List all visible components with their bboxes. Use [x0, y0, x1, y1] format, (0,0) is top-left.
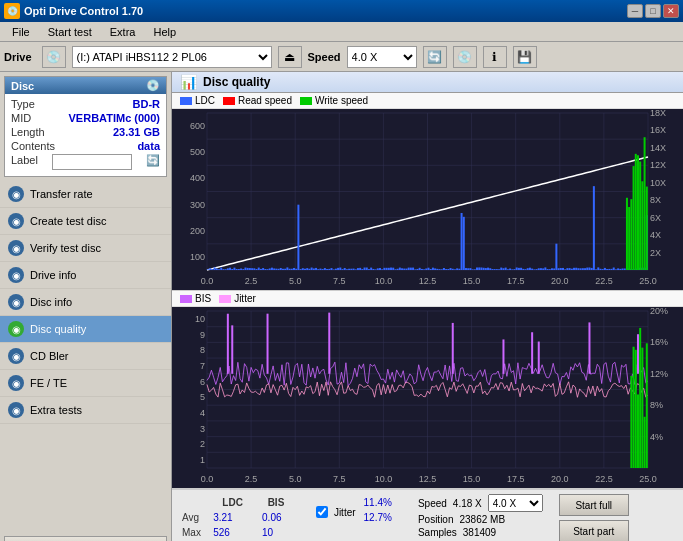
disc-contents-value: data: [137, 140, 160, 152]
disc-mid-value: VERBATIMc (000): [69, 112, 160, 124]
main-layout: Disc 💿 Type BD-R MID VERBATIMc (000) Len…: [0, 72, 683, 541]
disc-mid-row: MID VERBATIMc (000): [11, 112, 160, 124]
legend-write-box: [300, 97, 312, 105]
disc-header-icon: 💿: [146, 79, 160, 92]
drive-info-label: Drive info: [30, 269, 76, 281]
legend-bis-label: BIS: [195, 293, 211, 304]
sidebar-item-drive-info[interactable]: ◉ Drive info: [0, 262, 171, 289]
disc-icon-btn: 💿: [453, 46, 477, 68]
jitter-checkbox[interactable]: [316, 506, 328, 518]
position-row: Position 23862 MB: [418, 514, 543, 525]
stats-table: LDC BIS Avg 3.21 0.06 Max 526 10 Total 1…: [180, 494, 300, 541]
minimize-button[interactable]: ─: [627, 4, 643, 18]
samples-label: Samples: [418, 527, 457, 538]
speed-value: 4.18 X: [453, 498, 482, 509]
sidebar-item-create-test[interactable]: ◉ Create test disc: [0, 208, 171, 235]
sidebar-nav: ◉ Transfer rate ◉ Create test disc ◉ Ver…: [0, 181, 171, 532]
sidebar-item-fe-te[interactable]: ◉ FE / TE: [0, 370, 171, 397]
legend-ldc: LDC: [180, 95, 215, 106]
menu-file[interactable]: File: [4, 24, 38, 40]
disc-info-label: Disc info: [30, 296, 72, 308]
speed-value-row: Speed 4.18 X 4.0 X: [418, 494, 543, 512]
disc-length-value: 23.31 GB: [113, 126, 160, 138]
disc-length-row: Length 23.31 GB: [11, 126, 160, 138]
disc-contents-row: Contents data: [11, 140, 160, 152]
disc-length-label: Length: [11, 126, 45, 138]
jitter-section: Jitter 11.4% 12.7%: [316, 494, 402, 530]
titlebar-controls: ─ □ ✕: [627, 4, 679, 18]
disc-type-row: Type BD-R: [11, 98, 160, 110]
refresh-button[interactable]: 🔄: [423, 46, 447, 68]
disc-type-value: BD-R: [133, 98, 161, 110]
menu-start-test[interactable]: Start test: [40, 24, 100, 40]
app-title: Opti Drive Control 1.70: [24, 5, 143, 17]
drive-eject-button[interactable]: ⏏: [278, 46, 302, 68]
titlebar-left: 💿 Opti Drive Control 1.70: [4, 3, 143, 19]
fe-te-icon: ◉: [8, 375, 24, 391]
legend-jitter-label: Jitter: [234, 293, 256, 304]
samples-value: 381409: [463, 527, 496, 538]
legend-ldc-box: [180, 97, 192, 105]
speed-select[interactable]: 4.0 X: [347, 46, 417, 68]
jitter-total: [364, 526, 400, 528]
position-label: Position: [418, 514, 454, 525]
extra-tests-label: Extra tests: [30, 404, 82, 416]
upper-chart-wrapper: [172, 109, 683, 291]
menu-extra[interactable]: Extra: [102, 24, 144, 40]
info-btn[interactable]: ℹ: [483, 46, 507, 68]
legend-write-label: Write speed: [315, 95, 368, 106]
disc-quality-label: Disc quality: [30, 323, 86, 335]
legend-read-box: [223, 97, 235, 105]
cd-bler-icon: ◉: [8, 348, 24, 364]
extra-tests-icon: ◉: [8, 402, 24, 418]
disc-header-label: Disc: [11, 80, 34, 92]
maximize-button[interactable]: □: [645, 4, 661, 18]
legend-jitter: Jitter: [219, 293, 256, 304]
sidebar: Disc 💿 Type BD-R MID VERBATIMc (000) Len…: [0, 72, 172, 541]
app-icon: 💿: [4, 3, 20, 19]
sidebar-item-disc-quality[interactable]: ◉ Disc quality: [0, 316, 171, 343]
menu-help[interactable]: Help: [145, 24, 184, 40]
verify-test-label: Verify test disc: [30, 242, 101, 254]
sidebar-item-disc-info[interactable]: ◉ Disc info: [0, 289, 171, 316]
upper-chart: [172, 109, 683, 290]
disc-info-content: Type BD-R MID VERBATIMc (000) Length 23.…: [5, 94, 166, 176]
disc-info-icon: ◉: [8, 294, 24, 310]
jitter-table: 11.4% 12.7%: [362, 494, 402, 530]
disc-contents-label: Contents: [11, 140, 55, 152]
speed-select-control[interactable]: 4.0 X: [488, 494, 543, 512]
chart-legend-top: LDC Read speed Write speed: [172, 93, 683, 109]
charts-container: BIS Jitter: [172, 109, 683, 489]
drivebar: Drive 💿 (I:) ATAPI iHBS112 2 PL06 ⏏ Spee…: [0, 42, 683, 72]
stats-avg-label: Avg: [182, 511, 211, 524]
status-window-button[interactable]: Status window > >: [4, 536, 167, 541]
disc-quality-icon: ◉: [8, 321, 24, 337]
drive-select[interactable]: (I:) ATAPI iHBS112 2 PL06: [72, 46, 272, 68]
stats-max-ldc: 526: [213, 526, 260, 539]
sidebar-item-extra-tests[interactable]: ◉ Extra tests: [0, 397, 171, 424]
menubar: File Start test Extra Help: [0, 22, 683, 42]
sidebar-item-transfer-rate[interactable]: ◉ Transfer rate: [0, 181, 171, 208]
disc-info-header: Disc 💿: [5, 77, 166, 94]
stats-empty-header: [182, 496, 211, 509]
sidebar-item-cd-bler[interactable]: ◉ CD Bler: [0, 343, 171, 370]
legend-read-label: Read speed: [238, 95, 292, 106]
start-full-button[interactable]: Start full: [559, 494, 629, 516]
save-button[interactable]: 💾: [513, 46, 537, 68]
legend-read-speed: Read speed: [223, 95, 292, 106]
stats-avg-bis: 0.06: [262, 511, 298, 524]
drive-info-icon: ◉: [8, 267, 24, 283]
disc-label-input[interactable]: [52, 154, 132, 170]
disc-label-label: Label: [11, 154, 38, 170]
titlebar: 💿 Opti Drive Control 1.70 ─ □ ✕: [0, 0, 683, 22]
start-part-button[interactable]: Start part: [559, 520, 629, 541]
close-button[interactable]: ✕: [663, 4, 679, 18]
content-area: 📊 Disc quality LDC Read speed Write spee…: [172, 72, 683, 541]
chart-title: Disc quality: [203, 75, 270, 89]
stats-bis-header: BIS: [262, 496, 298, 509]
sidebar-item-verify-test[interactable]: ◉ Verify test disc: [0, 235, 171, 262]
jitter-max: 12.7%: [364, 511, 400, 524]
transfer-rate-label: Transfer rate: [30, 188, 93, 200]
stats-max-label: Max: [182, 526, 211, 539]
speed-label: Speed: [418, 498, 447, 509]
